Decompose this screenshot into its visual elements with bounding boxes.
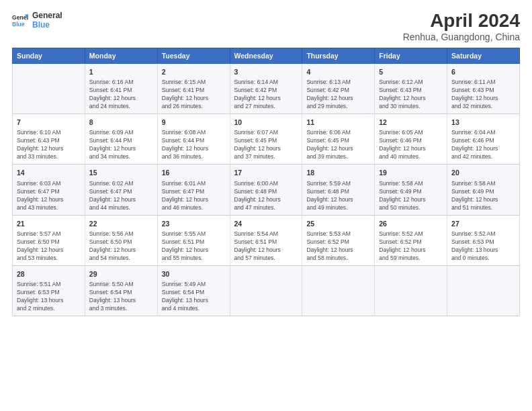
calendar-cell: 6Sunrise: 6:11 AMSunset: 6:43 PMDaylight… bbox=[447, 63, 520, 113]
day-number: 19 bbox=[379, 168, 443, 177]
day-number: 3 bbox=[234, 67, 298, 77]
day-info: Sunrise: 6:15 AMSunset: 6:41 PMDaylight:… bbox=[162, 78, 226, 110]
calendar-cell: 24Sunrise: 5:54 AMSunset: 6:51 PMDayligh… bbox=[230, 215, 302, 265]
calendar-cell: 10Sunrise: 6:07 AMSunset: 6:45 PMDayligh… bbox=[230, 114, 302, 165]
day-number: 6 bbox=[451, 67, 515, 77]
day-number: 15 bbox=[89, 168, 153, 177]
calendar-cell: 5Sunrise: 6:12 AMSunset: 6:43 PMDaylight… bbox=[375, 63, 447, 113]
calendar-cell: 15Sunrise: 6:02 AMSunset: 6:47 PMDayligh… bbox=[85, 165, 157, 215]
calendar-cell: 21Sunrise: 5:57 AMSunset: 6:50 PMDayligh… bbox=[13, 215, 85, 265]
day-info: Sunrise: 6:06 AMSunset: 6:45 PMDaylight:… bbox=[306, 128, 370, 161]
day-info: Sunrise: 5:58 AMSunset: 6:49 PMDaylight:… bbox=[379, 179, 443, 212]
day-info: Sunrise: 5:53 AMSunset: 6:52 PMDaylight:… bbox=[306, 230, 370, 262]
calendar-cell: 1Sunrise: 6:16 AMSunset: 6:41 PMDaylight… bbox=[85, 63, 157, 113]
title-area: April 2024 Renhua, Guangdong, China bbox=[403, 11, 520, 42]
day-info: Sunrise: 6:14 AMSunset: 6:42 PMDaylight:… bbox=[234, 78, 298, 110]
day-info: Sunrise: 5:50 AMSunset: 6:54 PMDaylight:… bbox=[89, 280, 153, 312]
day-info: Sunrise: 6:03 AMSunset: 6:47 PMDaylight:… bbox=[17, 179, 81, 212]
day-info: Sunrise: 6:04 AMSunset: 6:46 PMDaylight:… bbox=[451, 128, 515, 161]
day-info: Sunrise: 6:13 AMSunset: 6:42 PMDaylight:… bbox=[306, 78, 370, 110]
day-number: 4 bbox=[306, 67, 370, 77]
day-number: 18 bbox=[306, 168, 370, 177]
day-info: Sunrise: 6:05 AMSunset: 6:46 PMDaylight:… bbox=[379, 128, 443, 161]
day-number: 12 bbox=[379, 118, 443, 127]
calendar-cell: 23Sunrise: 5:55 AMSunset: 6:51 PMDayligh… bbox=[157, 215, 230, 265]
day-info: Sunrise: 6:09 AMSunset: 6:44 PMDaylight:… bbox=[89, 128, 153, 161]
logo-general: General bbox=[32, 11, 62, 20]
header: General Blue General Blue April 2024 Ren… bbox=[12, 11, 520, 42]
logo: General Blue General Blue bbox=[12, 11, 62, 30]
day-number: 7 bbox=[17, 118, 81, 127]
day-number: 28 bbox=[17, 269, 81, 279]
calendar-cell: 28Sunrise: 5:51 AMSunset: 6:53 PMDayligh… bbox=[13, 265, 85, 316]
weekday-header: Monday bbox=[85, 48, 157, 63]
calendar-cell: 29Sunrise: 5:50 AMSunset: 6:54 PMDayligh… bbox=[85, 265, 157, 316]
calendar-cell: 3Sunrise: 6:14 AMSunset: 6:42 PMDaylight… bbox=[230, 63, 302, 113]
calendar-cell: 19Sunrise: 5:58 AMSunset: 6:49 PMDayligh… bbox=[375, 165, 447, 215]
calendar-cell bbox=[375, 265, 447, 316]
calendar-cell bbox=[13, 63, 85, 113]
day-info: Sunrise: 6:10 AMSunset: 6:43 PMDaylight:… bbox=[17, 128, 81, 161]
day-number: 24 bbox=[234, 219, 298, 228]
month-title: April 2024 bbox=[403, 11, 520, 32]
weekday-header: Thursday bbox=[302, 48, 375, 63]
calendar-cell: 22Sunrise: 5:56 AMSunset: 6:50 PMDayligh… bbox=[85, 215, 157, 265]
calendar-cell: 4Sunrise: 6:13 AMSunset: 6:42 PMDaylight… bbox=[302, 63, 375, 113]
day-info: Sunrise: 6:11 AMSunset: 6:43 PMDaylight:… bbox=[451, 78, 515, 110]
day-info: Sunrise: 5:51 AMSunset: 6:53 PMDaylight:… bbox=[17, 280, 81, 312]
day-number: 27 bbox=[451, 219, 515, 228]
calendar-cell: 20Sunrise: 5:58 AMSunset: 6:49 PMDayligh… bbox=[447, 165, 520, 215]
calendar-cell: 17Sunrise: 6:00 AMSunset: 6:48 PMDayligh… bbox=[230, 165, 302, 215]
calendar-cell: 26Sunrise: 5:52 AMSunset: 6:52 PMDayligh… bbox=[375, 215, 447, 265]
day-number: 8 bbox=[89, 118, 153, 127]
page: General Blue General Blue April 2024 Ren… bbox=[0, 0, 532, 411]
day-info: Sunrise: 5:52 AMSunset: 6:52 PMDaylight:… bbox=[379, 230, 443, 262]
day-info: Sunrise: 5:52 AMSunset: 6:53 PMDaylight:… bbox=[451, 230, 515, 262]
calendar-cell bbox=[447, 265, 520, 316]
calendar-cell: 11Sunrise: 6:06 AMSunset: 6:45 PMDayligh… bbox=[302, 114, 375, 165]
logo-blue: Blue bbox=[32, 20, 62, 30]
calendar-cell: 9Sunrise: 6:08 AMSunset: 6:44 PMDaylight… bbox=[157, 114, 230, 165]
calendar-cell: 30Sunrise: 5:49 AMSunset: 6:54 PMDayligh… bbox=[157, 265, 230, 316]
day-number: 26 bbox=[379, 219, 443, 228]
day-info: Sunrise: 6:02 AMSunset: 6:47 PMDaylight:… bbox=[89, 179, 153, 212]
day-number: 5 bbox=[379, 67, 443, 77]
day-number: 25 bbox=[306, 219, 370, 228]
day-number: 14 bbox=[17, 168, 81, 177]
day-number: 21 bbox=[17, 219, 81, 228]
day-info: Sunrise: 6:00 AMSunset: 6:48 PMDaylight:… bbox=[234, 179, 298, 212]
location: Renhua, Guangdong, China bbox=[403, 32, 520, 42]
calendar-cell: 7Sunrise: 6:10 AMSunset: 6:43 PMDaylight… bbox=[13, 114, 85, 165]
weekday-header-row: SundayMondayTuesdayWednesdayThursdayFrid… bbox=[13, 48, 520, 63]
calendar-table: SundayMondayTuesdayWednesdayThursdayFrid… bbox=[12, 48, 520, 316]
calendar-week-row: 1Sunrise: 6:16 AMSunset: 6:41 PMDaylight… bbox=[13, 63, 520, 113]
day-number: 23 bbox=[162, 219, 226, 228]
day-number: 20 bbox=[451, 168, 515, 177]
calendar-cell: 8Sunrise: 6:09 AMSunset: 6:44 PMDaylight… bbox=[85, 114, 157, 165]
day-number: 29 bbox=[89, 269, 153, 279]
day-number: 17 bbox=[234, 168, 298, 177]
day-number: 10 bbox=[234, 118, 298, 127]
day-info: Sunrise: 5:58 AMSunset: 6:49 PMDaylight:… bbox=[451, 179, 515, 212]
day-info: Sunrise: 6:07 AMSunset: 6:45 PMDaylight:… bbox=[234, 128, 298, 161]
day-number: 2 bbox=[162, 67, 226, 77]
day-number: 22 bbox=[89, 219, 153, 228]
calendar-cell: 12Sunrise: 6:05 AMSunset: 6:46 PMDayligh… bbox=[375, 114, 447, 165]
day-number: 16 bbox=[162, 168, 226, 177]
calendar-cell: 27Sunrise: 5:52 AMSunset: 6:53 PMDayligh… bbox=[447, 215, 520, 265]
day-info: Sunrise: 6:16 AMSunset: 6:41 PMDaylight:… bbox=[89, 78, 153, 110]
weekday-header: Wednesday bbox=[230, 48, 302, 63]
calendar-cell bbox=[230, 265, 302, 316]
day-info: Sunrise: 5:59 AMSunset: 6:48 PMDaylight:… bbox=[306, 179, 370, 212]
day-number: 30 bbox=[162, 269, 226, 279]
weekday-header: Sunday bbox=[13, 48, 85, 63]
calendar-cell: 16Sunrise: 6:01 AMSunset: 6:47 PMDayligh… bbox=[157, 165, 230, 215]
calendar-cell: 14Sunrise: 6:03 AMSunset: 6:47 PMDayligh… bbox=[13, 165, 85, 215]
calendar-cell bbox=[302, 265, 375, 316]
calendar-week-row: 14Sunrise: 6:03 AMSunset: 6:47 PMDayligh… bbox=[13, 165, 520, 215]
day-info: Sunrise: 6:01 AMSunset: 6:47 PMDaylight:… bbox=[162, 179, 226, 212]
day-info: Sunrise: 5:55 AMSunset: 6:51 PMDaylight:… bbox=[162, 230, 226, 262]
day-number: 1 bbox=[89, 67, 153, 77]
calendar-cell: 18Sunrise: 5:59 AMSunset: 6:48 PMDayligh… bbox=[302, 165, 375, 215]
calendar-cell: 25Sunrise: 5:53 AMSunset: 6:52 PMDayligh… bbox=[302, 215, 375, 265]
